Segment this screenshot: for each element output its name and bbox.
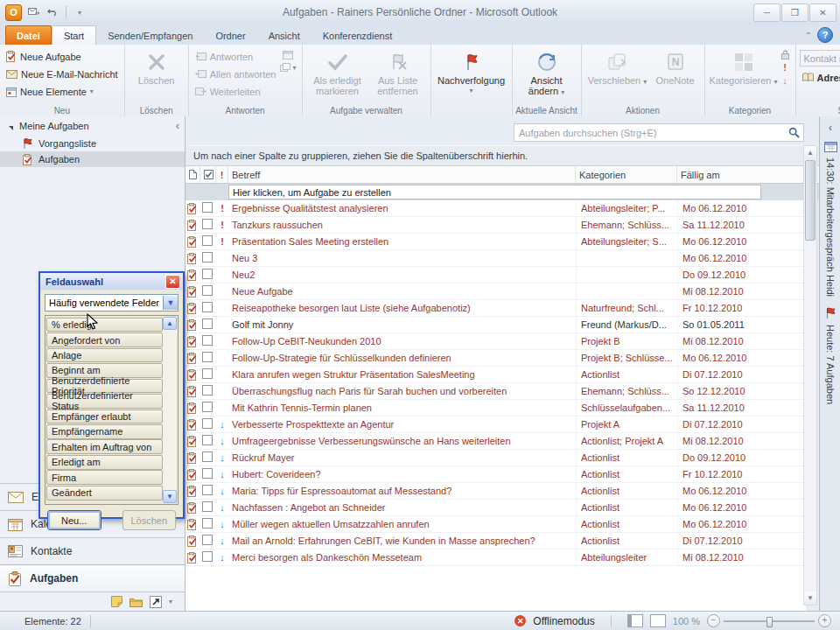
undo-icon[interactable] <box>45 5 60 19</box>
task-subject[interactable]: Verbesserte Prospekttexte an Agentur <box>228 419 576 430</box>
restore-button[interactable]: ❐ <box>781 4 808 22</box>
new-field-button[interactable]: Neu... <box>47 510 102 530</box>
task-subject[interactable]: Follow-Up CeBIT-Neukunden 2010 <box>228 336 576 346</box>
table-row[interactable]: ↓Rückruf MayerActionlistDo 09.12.2010 <box>186 450 806 466</box>
task-subject[interactable]: Nachfassen : Angebot an Schneider <box>228 502 576 513</box>
search-icon[interactable] <box>788 127 800 138</box>
tab-start[interactable]: Start <box>52 25 96 45</box>
task-subject[interactable]: Neue Aufgabe <box>228 286 576 297</box>
reply-all-button[interactable]: Allen antworten <box>192 66 279 81</box>
field-item[interactable]: Erledigt am <box>46 455 163 470</box>
mark-complete-button[interactable]: Als erledigt markieren <box>306 46 369 96</box>
tab-ansicht[interactable]: Ansicht <box>257 26 312 45</box>
table-row[interactable]: ↓Verbesserte Prospekttexte an AgenturPro… <box>186 416 806 433</box>
field-item[interactable]: Empfänger erlaubt <box>46 410 163 424</box>
zoom-thumb[interactable] <box>766 617 773 627</box>
task-checkbox[interactable] <box>200 518 216 530</box>
change-view-button[interactable]: Ansicht ändern ▾ <box>516 46 578 98</box>
configure-buttons-icon[interactable]: ▾ <box>169 598 172 606</box>
field-item[interactable]: Geändert <box>46 486 163 500</box>
offline-label[interactable]: Offlinemodus <box>533 615 594 627</box>
folder-list-icon[interactable] <box>130 597 143 607</box>
table-row[interactable]: Mit Kathrin Tennis-Termin planenSchlüsse… <box>186 400 806 416</box>
task-checkbox[interactable] <box>200 418 216 430</box>
task-checkbox[interactable] <box>200 269 216 281</box>
task-checkbox[interactable] <box>200 219 216 231</box>
scroll-up-icon[interactable]: ▲ <box>804 146 816 159</box>
task-checkbox[interactable] <box>200 285 216 298</box>
field-scroll-up-icon[interactable]: ▲ <box>163 317 177 330</box>
outlook-app-icon[interactable]: O <box>5 4 22 21</box>
task-subject[interactable]: Ergebnisse Qualitätstest analysieren <box>228 203 576 214</box>
task-subject[interactable]: Klara anrufen wegen Struktur Präsentatio… <box>228 369 576 380</box>
task-subject[interactable]: Neu 3 <box>228 253 576 263</box>
high-importance-icon[interactable]: ! <box>783 62 787 73</box>
field-item[interactable]: Erhalten im Auftrag von <box>46 439 163 454</box>
table-row[interactable]: ↓Umfrageergebnisse Verbesserungswünsche … <box>186 433 806 450</box>
tab-konferenzdienst[interactable]: Konferenzdienst <box>312 26 404 45</box>
tab-datei[interactable]: Datei <box>5 25 52 45</box>
scroll-down-icon[interactable]: ▼ <box>804 592 816 605</box>
tree-item-aufgaben[interactable]: Aufgaben <box>0 151 185 167</box>
new-email-button[interactable]: Neue E-Mail-Nachricht <box>4 66 121 81</box>
follow-up-button[interactable]: Nachverfolgung ▾ <box>435 46 508 96</box>
vertical-scrollbar[interactable]: ▲ ▼ <box>803 145 817 606</box>
collapse-ribbon-icon[interactable]: ⌃ <box>805 31 812 40</box>
module-aufgaben[interactable]: Aufgaben <box>0 564 185 592</box>
task-checkbox[interactable] <box>200 385 216 397</box>
table-row[interactable]: Neue AufgabeMi 08.12.2010 <box>186 284 806 300</box>
field-item[interactable]: % erledigt <box>46 318 163 332</box>
reading-view-icon[interactable] <box>650 614 666 627</box>
task-subject[interactable]: Überraschungsflug nach Paris für Sarah b… <box>228 386 576 396</box>
task-subject[interactable]: Mit Kathrin Tennis-Termin planen <box>228 402 576 413</box>
table-row[interactable]: Überraschungsflug nach Paris für Sarah b… <box>186 383 806 400</box>
group-by-bar[interactable]: Um nach einer Spalte zu gruppieren, zieh… <box>186 145 819 165</box>
table-row[interactable]: Follow-Up-Strategie für Schlüsselkunden … <box>186 350 806 367</box>
tree-item-vorgangsliste[interactable]: Vorgangsliste <box>0 136 185 151</box>
column-kategorien-header[interactable]: Kategorien <box>576 166 677 183</box>
module-kontakte[interactable]: Kontakte <box>0 537 185 564</box>
find-contact-combo[interactable]: Kontakt suchen▾ <box>800 50 840 66</box>
table-row[interactable]: ↓Merci besorgen als Dankeschön Messeteam… <box>186 550 806 566</box>
reply-button[interactable]: Antworten <box>192 49 279 64</box>
field-item[interactable]: Benutzerdefinierter Status <box>46 394 163 409</box>
field-scroll-down-icon[interactable]: ▼ <box>163 490 177 503</box>
collapse-navpane-icon[interactable]: ‹ <box>176 122 179 130</box>
task-subject[interactable]: Neu2 <box>228 270 576 280</box>
delete-button[interactable]: Löschen <box>129 46 185 86</box>
remove-from-list-button[interactable]: Aus Liste entfernen <box>369 46 427 96</box>
close-button[interactable]: ✕ <box>809 4 836 22</box>
task-checkbox[interactable] <box>200 318 216 331</box>
table-row[interactable]: ↓Maria: Tipps für Espressoautomat auf Me… <box>186 483 806 500</box>
column-priority-header[interactable]: ! <box>216 166 228 183</box>
task-subject[interactable]: Mail an Arnold: Erfahrungen CeBIT, wie K… <box>228 536 576 546</box>
table-row[interactable]: Neu 3Mo 06.12.2010 <box>186 250 806 267</box>
field-item[interactable]: Angefordert von <box>46 332 163 347</box>
new-task-row[interactable]: Hier klicken, um Aufgabe zu erstellen <box>186 184 819 200</box>
table-row[interactable]: !Präsentation Sales Meeting erstellenAbt… <box>186 234 806 250</box>
task-subject[interactable]: Rückruf Mayer <box>228 452 576 463</box>
column-faellig-header[interactable]: Fällig am <box>677 166 793 183</box>
table-row[interactable]: ↓Hubert: Coverideen?ActionlistFr 10.12.2… <box>186 466 806 483</box>
zoom-slider[interactable]: − + <box>707 614 831 627</box>
notes-module-icon[interactable] <box>111 596 122 607</box>
table-row[interactable]: Golf mit JonnyFreund (Markus/D...So 01.0… <box>186 317 806 333</box>
help-icon[interactable]: ? <box>817 27 833 43</box>
zoom-in-icon[interactable]: + <box>818 614 831 627</box>
task-checkbox[interactable] <box>200 368 216 381</box>
minimize-button[interactable]: ─ <box>753 4 780 22</box>
task-subject[interactable]: Müller wegen aktuellen Umsatzzahlen anru… <box>228 519 576 529</box>
qat-customize-dropdown-icon[interactable]: ▾ <box>72 5 88 19</box>
task-subject[interactable]: Golf mit Jonny <box>228 319 576 330</box>
task-checkbox[interactable] <box>200 335 216 347</box>
more-respond-icon[interactable]: ▾ <box>280 63 296 72</box>
task-checkbox[interactable] <box>200 468 216 480</box>
meeting-reply-icon[interactable] <box>282 50 294 60</box>
field-item[interactable]: Firma <box>46 470 163 485</box>
task-checkbox[interactable] <box>200 551 216 564</box>
field-list-scrollbar[interactable]: ▲ ▼ <box>163 317 177 503</box>
expand-todobar-icon[interactable]: ‹ <box>829 116 832 141</box>
task-subject[interactable]: Follow-Up-Strategie für Schlüsselkunden … <box>228 353 576 363</box>
task-subject[interactable]: Maria: Tipps für Espressoautomat auf Mes… <box>228 486 576 496</box>
field-chooser-close-icon[interactable]: ✕ <box>165 275 180 289</box>
